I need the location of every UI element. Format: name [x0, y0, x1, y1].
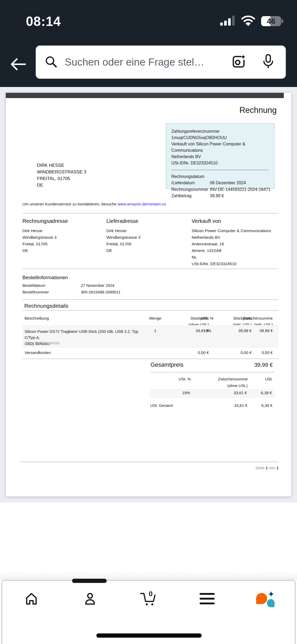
- order-number-row: Bestellnummer 305-2815498-2099511: [22, 289, 121, 295]
- seller-title: Verkauft von: [192, 218, 271, 224]
- invoice-number-value: INV-DE-144593221-2024-16471: [210, 186, 274, 193]
- profile-icon: [82, 591, 98, 607]
- vat-total-row: USt. Gesamt 33,61 € 6,38 €: [150, 402, 275, 410]
- shipping-line: Dirk Hesse: [106, 227, 140, 234]
- order-date-value: 27 November 2024: [81, 282, 115, 289]
- order-date-row: Bestelldatum 27 November 2024: [22, 282, 121, 289]
- shipping-address-column: Lieferadresse Dirk Hesse Windbergstrasse…: [106, 218, 140, 254]
- item-name-l1: Silicon Power DS72 Tragbarer USB-Stick (…: [25, 328, 146, 341]
- line-item-row: Silicon Power DS72 Tragbarer USB-Stick (…: [22, 325, 279, 348]
- order-info-rows: Bestelldatum 27 November 2024 Bestellnum…: [22, 282, 121, 295]
- vat-total-label: USt. Gesamt: [150, 403, 173, 408]
- sold-by-line2: Netherlands BV: [171, 154, 274, 160]
- nav-top-shadow: [0, 571, 297, 580]
- vat-total-vat: 6,38 €: [249, 403, 272, 408]
- recipient-city: FREITAL, 01705: [37, 175, 86, 182]
- search-bar[interactable]: Suchen oder eine Frage stel…: [36, 45, 286, 79]
- order-info-title: Bestellinformationen: [22, 275, 68, 280]
- nav-items: 0: [2, 591, 295, 607]
- battery-percent: 46: [267, 17, 275, 26]
- invoice-date-label2: /Lieferdatum: [171, 181, 195, 185]
- pdf-viewer[interactable]: Rechnung Zahlungsreferenznummer 1muqrCUD…: [0, 87, 297, 503]
- clock: 08:14: [26, 14, 61, 29]
- vat-total-net: 33,61 €: [195, 403, 247, 408]
- contact-link[interactable]: www.amazon.de/contact-us: [117, 202, 166, 206]
- vat-id-line: USt-IDNr. DE323324510: [171, 160, 274, 166]
- page-word: Seite: [255, 466, 264, 470]
- divider: [22, 213, 279, 214]
- shipping-cost-row: Versandkosten 0,00 € 0,00 € 0,00 €: [22, 348, 279, 358]
- camera-lens-icon[interactable]: [230, 53, 247, 71]
- search-input[interactable]: Suchen oder eine Frage stel…: [65, 56, 230, 68]
- cellular-signal-icon: [220, 16, 235, 27]
- shipping-line: DE: [106, 247, 140, 254]
- bottom-navigation: 0: [2, 580, 295, 644]
- battery-icon: 46: [261, 16, 283, 26]
- header-subtotal-l1: Zwischensumme: [223, 315, 273, 321]
- invoice-date-row: Rechnungsdatum /Lieferdatum 06 Dezember …: [171, 173, 274, 186]
- box-divider: [171, 170, 269, 170]
- of-word: von: [269, 466, 275, 470]
- shipping-line: Windbergstrasse 3: [106, 234, 140, 241]
- wifi-icon: [241, 15, 255, 27]
- vat-row-pct: 19%: [150, 390, 190, 395]
- payment-reference-box: Zahlungsreferenznummer 1muqrCUDNG5vqO9DH…: [166, 123, 275, 189]
- cart-icon: 0: [140, 591, 157, 607]
- header-quantity: Menge: [145, 315, 166, 321]
- nav-home-button[interactable]: [2, 591, 61, 607]
- order-date-label: Bestelldatum: [22, 282, 81, 289]
- amount-value: 39,99 €: [210, 193, 274, 199]
- back-button[interactable]: [8, 54, 28, 75]
- pdf-page-topbar: [6, 93, 284, 98]
- seller-line: USt-IDNr. DE323324510: [192, 260, 271, 267]
- grand-total-value: 39,99 €: [254, 362, 273, 368]
- billing-line: Dirk Hesse: [22, 227, 68, 234]
- billing-address-column: Rechnungsadresse Dirk Hesse Windbergstra…: [22, 218, 68, 254]
- shipping-title: Lieferadresse: [106, 218, 140, 224]
- sold-by-line: Verkauft von Silicon Power Computer & Co…: [171, 141, 274, 154]
- nav-cart-button[interactable]: 0: [119, 591, 178, 607]
- home-indicator[interactable]: [96, 633, 202, 638]
- seller-line: Silicon Power Computer & Communications: [192, 227, 271, 234]
- vat-header-pct: USt. %: [151, 376, 191, 382]
- vat-header-vat: USt.: [249, 376, 273, 382]
- billing-line: DE: [22, 247, 68, 254]
- nav-menu-button[interactable]: [178, 591, 236, 607]
- microphone-icon[interactable]: [261, 53, 276, 71]
- order-number-label: Bestellnummer: [22, 289, 81, 295]
- seller-line: Antennestraat, 16: [192, 241, 271, 247]
- payment-reference: Zahlungsreferenznummer 1muqrCUDNG5vqO9DH…: [171, 128, 274, 141]
- header-description: Beschreibung: [25, 315, 49, 321]
- divider: [22, 310, 279, 311]
- vat-header-net: Zwischensumme (ohne USt.): [195, 376, 248, 389]
- rufus-icon: [256, 591, 275, 607]
- invoice-date-label1: Rechnungsdatum: [171, 174, 204, 179]
- seller-column: Verkauft von Silicon Power Computer & Co…: [192, 218, 271, 267]
- vat-rate-row: 19% 33,61 € 6,38 €: [150, 389, 275, 398]
- item-asin: ASIN: B0CN6Y44X8: [25, 341, 59, 345]
- search-row: Suchen oder eine Frage stel…: [0, 42, 297, 82]
- billing-line: Freital, 01705: [22, 241, 68, 247]
- invoice-page: Rechnung Zahlungsreferenznummer 1muqrCUD…: [6, 93, 291, 496]
- active-tab-indicator: [72, 579, 107, 583]
- billing-title: Rechnungsadresse: [22, 218, 68, 224]
- nav-rufus-button[interactable]: [236, 591, 295, 607]
- divider: [22, 269, 279, 269]
- divider: [22, 358, 279, 359]
- cart-count-badge: 0: [149, 590, 152, 598]
- seller-line: Almere, 1322AB: [192, 247, 271, 254]
- page-number: Seite 1 von 1: [255, 466, 279, 470]
- item-subtotal: 39,99 €: [223, 328, 273, 333]
- recipient-country: DE: [37, 182, 86, 188]
- app-header: 08:14 46: [0, 0, 297, 87]
- vat-header-net-l1: Zwischensumme: [195, 376, 248, 382]
- customer-service-line: Um unseren Kundenservice zu kontaktieren…: [22, 202, 166, 206]
- recipient-street: WINDBERGSTRASSE 3: [37, 169, 86, 175]
- recipient-address: DIRK HESSE WINDBERGSTRASSE 3 FREITAL, 01…: [37, 162, 86, 188]
- invoice-number-row: Rechnungsnummer INV-DE-144593221-2024-16…: [171, 186, 274, 193]
- amount-label: Zahlbetrag: [171, 193, 210, 199]
- nav-profile-button[interactable]: [61, 591, 119, 607]
- seller-line: NL: [192, 254, 271, 260]
- invoice-date-value: 06 Dezember 2024: [210, 180, 274, 186]
- item-quantity: 1: [145, 328, 166, 333]
